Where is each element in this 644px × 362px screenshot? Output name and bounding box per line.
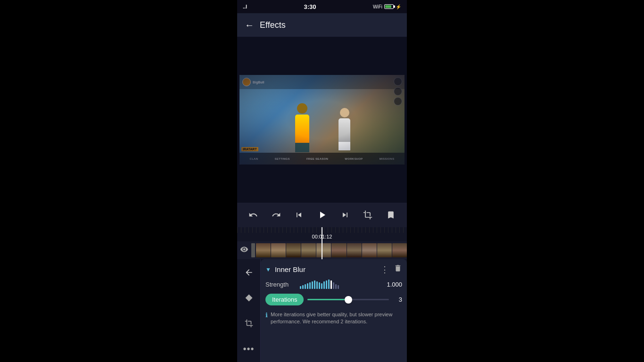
- effect-header-left: ▼ Inner Blur: [265, 265, 305, 273]
- game-background: BigBull: [239, 75, 405, 165]
- wifi-icon: WiFi: [373, 4, 382, 9]
- redo-button[interactable]: [268, 206, 285, 223]
- nav-freeseason: FREE SEASON: [306, 157, 328, 160]
- char-head-right: [340, 108, 349, 117]
- iterations-fill: [307, 299, 348, 300]
- crop-button[interactable]: [359, 206, 376, 223]
- sidebar-more-button[interactable]: •••: [240, 340, 257, 357]
- bar-4: [307, 283, 308, 289]
- bar-5: [309, 282, 311, 289]
- timeline-area[interactable]: 00:01:12: [237, 227, 407, 241]
- header-back-button[interactable]: ←: [245, 20, 254, 31]
- effect-header: ▼ Inner Blur ⋮: [265, 264, 402, 275]
- thumb-segment-9: [377, 243, 392, 257]
- effect-menu-button[interactable]: ⋮: [380, 264, 389, 275]
- bookmark-button[interactable]: [382, 206, 399, 223]
- nav-clan: CLAN: [250, 157, 258, 160]
- clip-handle: [251, 243, 255, 257]
- thumb-segment-10: [392, 243, 407, 257]
- thumb-segment-6: [331, 243, 346, 257]
- iterations-row: Iterations 3: [265, 294, 402, 305]
- strength-value: 1.000: [383, 281, 402, 288]
- bar-11: [323, 281, 325, 289]
- bar-6: [312, 281, 313, 289]
- nav-missions: MISSIONS: [380, 157, 395, 160]
- bar-9: [319, 282, 320, 289]
- info-text: More iterations give better quality, but…: [271, 311, 402, 326]
- iterations-slider-area[interactable]: [307, 294, 389, 305]
- thumb-segment-4: [301, 243, 316, 257]
- thumbnail-clips-row: [256, 243, 407, 257]
- skip-end-button[interactable]: [337, 206, 354, 223]
- strength-slider-area[interactable]: [300, 279, 380, 290]
- sidebar-diamond-button[interactable]: [240, 289, 257, 306]
- info-row: ℹ More iterations give better quality, b…: [265, 311, 402, 326]
- game-btn-1: [394, 77, 402, 86]
- bar-7: [314, 280, 315, 289]
- signal-indicator: ..l: [243, 4, 247, 9]
- collapse-triangle[interactable]: ▼: [265, 266, 271, 273]
- sidebar-crop-button[interactable]: [240, 315, 257, 332]
- nav-settings: SETTINGS: [274, 157, 289, 160]
- time-display: 3:30: [304, 3, 316, 10]
- bolt-icon: ⚡: [396, 4, 401, 9]
- game-avatar: [242, 78, 251, 86]
- visibility-toggle[interactable]: [240, 245, 248, 255]
- char-body-left: [295, 115, 309, 143]
- effects-content: ▼ Inner Blur ⋮ Strength: [261, 259, 407, 362]
- bar-14-active: [330, 280, 332, 289]
- bar-16: [335, 284, 337, 289]
- effect-name-label: Inner Blur: [275, 265, 305, 273]
- character-right: [334, 108, 355, 150]
- bar-12: [326, 280, 327, 289]
- game-btn-2: [394, 87, 402, 96]
- character-left: [289, 103, 315, 150]
- thumb-segment-8: [362, 243, 377, 257]
- playback-controls: [237, 203, 407, 227]
- bar-17: [338, 285, 339, 289]
- status-bar: ..l 3:30 WiFi ⚡: [237, 0, 407, 13]
- bar-13: [328, 280, 330, 289]
- char-body-right: [339, 118, 350, 142]
- char-legs-right: [339, 142, 350, 150]
- game-btn-3: [394, 97, 402, 106]
- play-button[interactable]: [314, 206, 330, 223]
- effects-sidebar: •••: [237, 259, 261, 362]
- strength-bars: [300, 280, 339, 289]
- battery-icon: [384, 4, 394, 9]
- game-player-name: BigBull: [253, 81, 264, 84]
- thumb-segment-3: [286, 243, 301, 257]
- game-ui-right: [394, 77, 402, 106]
- bar-10: [321, 283, 322, 289]
- bar-1: [300, 286, 301, 289]
- video-frame: BigBull: [239, 75, 405, 165]
- sidebar-back-button[interactable]: [240, 264, 257, 281]
- iterations-thumb[interactable]: [345, 296, 352, 304]
- info-icon: ℹ: [265, 312, 268, 319]
- game-ui-bottom: CLAN SETTINGS FREE SEASON WORKSHOP MISSI…: [239, 153, 405, 165]
- nav-workshop: WORKSHOP: [345, 157, 363, 160]
- effects-panel: ••• ▼ Inner Blur ⋮ Strength: [237, 259, 407, 362]
- bar-15: [333, 282, 334, 289]
- thumb-segment-2: [271, 243, 286, 257]
- phone-container: ..l 3:30 WiFi ⚡ ← Effects BigBull: [237, 0, 407, 362]
- thumb-segment-7: [347, 243, 362, 257]
- char-head-left: [297, 103, 307, 114]
- thumb-segment-5: [316, 243, 331, 257]
- iterations-value: 3: [393, 296, 402, 303]
- strength-label: Strength: [265, 281, 296, 288]
- undo-button[interactable]: [245, 206, 262, 223]
- game-watermark: IRATART: [241, 147, 258, 151]
- skip-start-button[interactable]: [290, 206, 307, 223]
- app-header: ← Effects: [237, 13, 407, 37]
- iterations-tab[interactable]: Iterations: [265, 294, 304, 305]
- char-legs-left: [295, 143, 309, 152]
- strip-cursor: [322, 241, 322, 259]
- effect-delete-button[interactable]: [394, 264, 402, 275]
- header-title: Effects: [260, 20, 286, 30]
- effect-header-right: ⋮: [380, 264, 402, 275]
- status-icons: WiFi ⚡: [373, 4, 401, 9]
- timeline-cursor[interactable]: [322, 227, 322, 241]
- strength-row: Strength: [265, 279, 402, 290]
- thumbnail-strip: [237, 241, 407, 259]
